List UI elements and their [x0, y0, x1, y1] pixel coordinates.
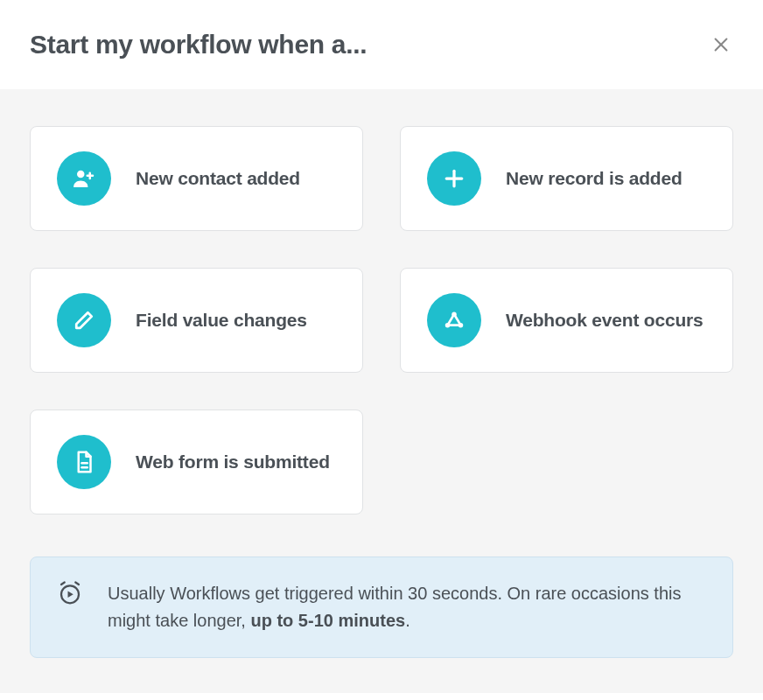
trigger-new-contact[interactable]: New contact added [30, 126, 363, 231]
svg-line-15 [75, 583, 79, 585]
trigger-field-value-changes[interactable]: Field value changes [30, 268, 363, 373]
trigger-web-form-submitted[interactable]: Web form is submitted [30, 410, 363, 514]
info-text-bold: up to 5-10 minutes [250, 611, 405, 630]
svg-marker-13 [68, 592, 74, 598]
clock-icon [57, 580, 83, 606]
svg-rect-4 [87, 175, 94, 178]
webhook-icon [427, 293, 481, 347]
info-text-part2: . [405, 611, 410, 630]
trigger-new-record[interactable]: New record is added [400, 126, 733, 231]
info-text: Usually Workflows get triggered within 3… [108, 580, 706, 634]
trigger-label: New record is added [506, 166, 682, 191]
svg-line-14 [61, 583, 65, 585]
trigger-label: Field value changes [136, 308, 307, 332]
person-add-icon [57, 151, 111, 206]
close-icon [711, 35, 731, 54]
trigger-label: Webhook event occurs [506, 308, 704, 332]
trigger-label: Web form is submitted [136, 450, 330, 474]
modal-title: Start my workflow when a... [30, 30, 367, 60]
trigger-webhook-event[interactable]: Webhook event occurs [400, 268, 733, 373]
info-banner: Usually Workflows get triggered within 3… [30, 556, 733, 658]
modal-content: New contact added New record is added Fi… [0, 89, 763, 693]
trigger-label: New contact added [136, 166, 300, 191]
plus-icon [427, 151, 481, 206]
pencil-icon [57, 293, 111, 347]
close-button[interactable] [709, 32, 733, 57]
trigger-grid: New contact added New record is added Fi… [30, 126, 733, 514]
svg-point-2 [77, 171, 85, 178]
modal-header: Start my workflow when a... [0, 0, 763, 89]
document-icon [57, 435, 111, 489]
